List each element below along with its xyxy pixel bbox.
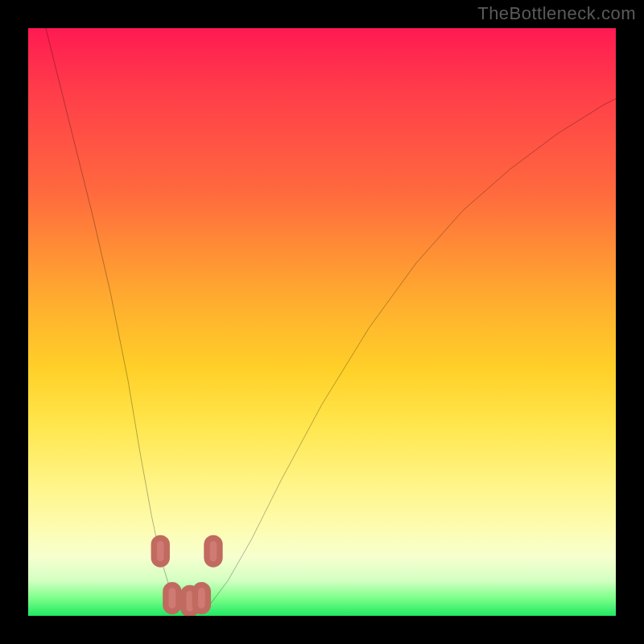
curve-marker <box>207 538 220 564</box>
curve-marker <box>195 585 208 612</box>
curve-marker <box>166 585 179 612</box>
curve-marker <box>154 538 167 564</box>
bottleneck-curve <box>28 28 616 616</box>
plot-area <box>28 28 616 616</box>
watermark-text: TheBottleneck.com <box>477 3 636 24</box>
chart-frame: TheBottleneck.com <box>0 0 644 644</box>
